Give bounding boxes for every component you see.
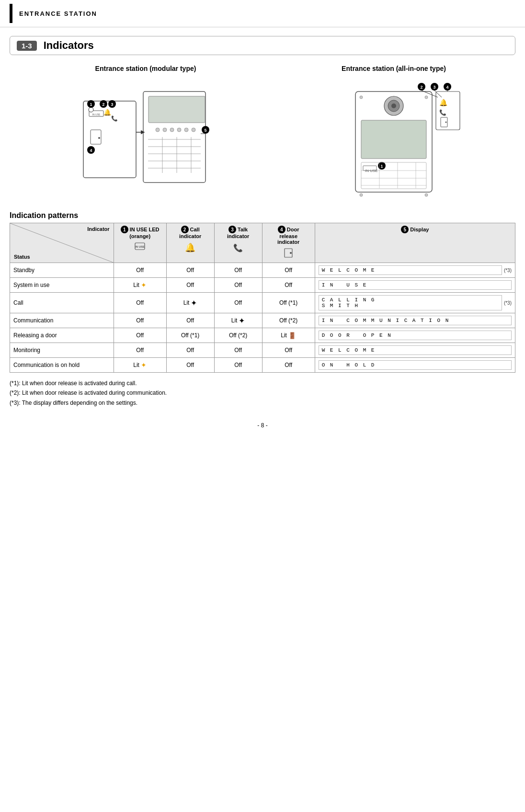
svg-text:1: 1 xyxy=(380,164,383,169)
col3-cell: Off xyxy=(214,263,262,278)
svg-text:2: 2 xyxy=(102,102,104,107)
header-title: ENTRANCE STATION xyxy=(19,10,97,17)
col2-cell: Off xyxy=(166,263,214,278)
section-title-bar: 1-3 Indicators xyxy=(10,36,515,55)
col2-cell: Off xyxy=(166,343,214,358)
table-row: System in useLit ✦OffOffOffI N U S E xyxy=(10,278,515,293)
col4-cell: Off xyxy=(262,263,315,278)
table-row: CallOffLit ✦OffOff (*1)C A L L I N G S M… xyxy=(10,293,515,313)
col2-cell: Off xyxy=(166,278,214,293)
status-cell: Monitoring xyxy=(10,343,114,358)
col5-display-cell: W E L C O M E(*3) xyxy=(315,263,515,278)
col2-cell: Off xyxy=(166,313,214,328)
table-row: Communication is on holdLit ✦OffOffOffO … xyxy=(10,358,515,373)
indication-title: Indication patterns xyxy=(10,211,515,220)
display-wrapper: O N H O L D xyxy=(319,360,512,370)
col5-num: 5 xyxy=(401,226,409,233)
diagram-modular-label: Entrance station (modular type) xyxy=(95,65,196,72)
door-release-icon xyxy=(283,247,294,258)
svg-text:🔔: 🔔 xyxy=(185,242,196,252)
svg-text:4: 4 xyxy=(90,148,92,153)
table-row: MonitoringOffOffOffOffW E L C O M E xyxy=(10,343,515,358)
svg-text:🔔: 🔔 xyxy=(439,99,448,107)
svg-text:📞: 📞 xyxy=(233,243,243,252)
col4-cell: Off xyxy=(262,358,315,373)
col1-cell: Off xyxy=(114,328,166,343)
table-row: Releasing a doorOffOff (*1)Off (*2)Lit 🚪… xyxy=(10,328,515,343)
footnote-3: (*3): The display differs depending on t… xyxy=(10,398,515,408)
indication-table: Indicator Status 1IN USE LED(orange) IN … xyxy=(10,223,515,373)
col2-cell: Off xyxy=(166,358,214,373)
display-wrapper: I N C O M M U N I C A T I O N xyxy=(319,316,512,325)
col5-display-cell: W E L C O M E xyxy=(315,343,515,358)
col1-cell: Lit ✦ xyxy=(114,358,166,373)
table-row: StandbyOffOffOffOffW E L C O M E(*3) xyxy=(10,263,515,278)
sun-icon: ✦ xyxy=(141,361,147,369)
col5-display-cell: I N C O M M U N I C A T I O N xyxy=(315,313,515,328)
th-col5: 5Display xyxy=(315,223,515,263)
svg-point-70 xyxy=(425,194,428,196)
svg-point-69 xyxy=(360,194,363,196)
lit-door: Lit 🚪 xyxy=(281,332,296,339)
col3-cell: Off (*2) xyxy=(214,328,262,343)
svg-point-41 xyxy=(360,96,363,99)
col3-cell: Off xyxy=(214,343,262,358)
col4-cell: Off xyxy=(262,343,315,358)
th-col4: 4Doorreleaseindicator xyxy=(262,223,315,263)
talk-indicator-icon: 📞 xyxy=(231,241,245,252)
col2-cell: Off (*1) xyxy=(166,328,214,343)
status-cell: Communication xyxy=(10,313,114,328)
blink-icon: ✦ xyxy=(239,316,245,325)
svg-point-54 xyxy=(445,122,447,123)
table-row: CommunicationOffOffLit ✦Off (*2)I N C O … xyxy=(10,313,515,328)
footnotes: (*1): Lit when door release is activated… xyxy=(10,378,515,408)
svg-text:1: 1 xyxy=(90,102,92,107)
col1-cell: Off xyxy=(114,293,166,313)
display-box: O N H O L D xyxy=(319,360,512,370)
svg-point-27 xyxy=(156,128,160,132)
col2-cell: Lit ✦ xyxy=(166,293,214,313)
svg-text:IN USE: IN USE xyxy=(92,113,101,116)
display-footnote: (*3) xyxy=(504,300,512,306)
indication-section: Indication patterns Indicator Status 1IN… xyxy=(10,211,515,373)
footnote-2: (*2): Lit when door release is activated… xyxy=(10,388,515,398)
svg-rect-62 xyxy=(361,162,426,189)
footnote-1: (*1): Lit when door release is activated… xyxy=(10,378,515,388)
display-wrapper: W E L C O M E xyxy=(319,345,512,355)
col4-num: 4 xyxy=(278,226,285,233)
svg-point-31 xyxy=(184,128,188,132)
svg-rect-26 xyxy=(148,96,205,123)
display-wrapper: I N U S E xyxy=(319,280,512,290)
col2-num: 2 xyxy=(181,226,189,233)
diagram-allinone-svg: 2 3 4 🔔 📞 1 IN USE xyxy=(317,77,470,202)
status-cell: Call xyxy=(10,293,114,313)
display-wrapper: W E L C O M E(*3) xyxy=(319,265,512,275)
th-status-label: Status xyxy=(14,254,30,260)
svg-point-29 xyxy=(170,128,174,132)
display-box: I N U S E xyxy=(319,280,512,290)
display-footnote: (*3) xyxy=(504,268,512,273)
col4-cell: Lit 🚪 xyxy=(262,328,315,343)
col1-cell: Off xyxy=(114,343,166,358)
display-wrapper: C A L L I N G S M I T H(*3) xyxy=(319,295,512,310)
diagram-area: Entrance station (modular type) IN USE ❶… xyxy=(14,65,511,202)
col3-cell: Off xyxy=(214,358,262,373)
lit-orange: Lit ✦ xyxy=(133,361,147,369)
diagram-modular-svg: IN USE ❶ 🔔 📞 1 2 3 4 xyxy=(55,77,237,202)
status-cell: Standby xyxy=(10,263,114,278)
lit-blink: Lit ✦ xyxy=(183,298,197,308)
svg-text:🔔: 🔔 xyxy=(103,108,112,116)
status-cell: System in use xyxy=(10,278,114,293)
svg-text:3: 3 xyxy=(111,102,113,107)
svg-text:📞: 📞 xyxy=(111,115,118,122)
diagram-allinone-label: Entrance station (all-in-one type) xyxy=(342,65,446,72)
call-indicator-icon: 🔔 xyxy=(183,241,197,252)
col4-cell: Off (*2) xyxy=(262,313,315,328)
status-cell: Communication is on hold xyxy=(10,358,114,373)
svg-text:❶: ❶ xyxy=(90,109,93,112)
status-cell: Releasing a door xyxy=(10,328,114,343)
svg-point-28 xyxy=(163,128,167,132)
page-number: - 8 - xyxy=(0,422,525,429)
col3-cell: Off xyxy=(214,293,262,313)
svg-point-42 xyxy=(425,96,428,99)
